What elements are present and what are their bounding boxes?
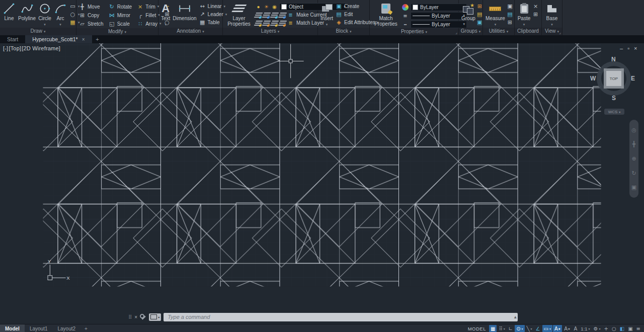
model-tab[interactable]: Model [0,324,25,332]
layer-properties-button[interactable]: Layer Properties [225,2,253,27]
scale-button[interactable]: ◱Scale [109,20,132,28]
layout1-tab[interactable]: Layout1 [25,324,53,332]
close-icon[interactable]: × [134,314,137,320]
isodraft-toggle[interactable]: ╲▾ [525,325,534,332]
insert-button[interactable]: Insert ▾ [320,2,333,27]
hardware-acceleration-button[interactable]: ◧ [618,325,626,332]
match-properties-button[interactable]: Match Properties [372,2,399,27]
dialog-launcher-icon[interactable]: ⌟ [559,30,561,35]
stretch-button[interactable]: ▱Stretch [79,20,104,28]
annotation-scale-button[interactable]: A [573,325,579,332]
command-history-icon[interactable]: ▲ [513,315,517,319]
viewcube-south[interactable]: S [612,95,616,102]
dialog-launcher-icon[interactable]: ⌟ [455,30,457,35]
layer-thaw-icon[interactable]: ☀ [263,4,270,10]
panel-title-block[interactable]: Block▾ [318,28,369,35]
id-point-button[interactable]: ⊞ [507,19,513,26]
ungroup-button[interactable]: ⊞ [476,3,483,10]
mirror-button[interactable]: ⋈Mirror [109,11,132,19]
viewport-menu-control[interactable]: [-] [3,45,8,51]
minimize-icon[interactable]: – [620,45,623,51]
pan-icon[interactable]: ╋ [632,141,636,147]
viewport-visual-style-control[interactable]: [2D Wireframe] [22,45,60,51]
clean-screen-button[interactable]: ▣ [626,325,634,332]
layer-isolate-icon[interactable] [254,13,263,18]
copy-button[interactable]: ⊞Copy [79,11,104,19]
layer-unisolate-icon[interactable] [254,21,263,26]
panel-title-properties[interactable]: Properties▾ [370,28,458,36]
panel-title-annotation[interactable]: Annotation▾ [158,28,222,35]
layer-unlock-all-icon[interactable] [278,21,287,26]
panel-title-layers[interactable]: Layers▾ [223,28,317,35]
panel-title-utilities[interactable]: Utilities▾ [483,28,514,35]
showmotion-icon[interactable]: ▣ [631,185,636,190]
fillet-button[interactable]: ╭Fillet▾ [137,11,161,19]
layer-lock-icon[interactable] [278,13,287,18]
customize-wrench-icon[interactable] [140,314,146,320]
layer-thaw-all-icon[interactable] [262,21,271,26]
viewport-view-control[interactable]: [Top] [9,45,21,51]
autoscale-toggle[interactable]: A★ [562,325,572,332]
copy-clip-button[interactable]: ⊞ [532,11,539,18]
viewcube-north[interactable]: N [611,56,616,63]
trim-button[interactable]: ×Trim▾ [137,3,161,11]
panel-title-modify[interactable]: Modify▾ [76,28,158,36]
customization-menu-button[interactable]: ≡ [635,325,642,332]
move-button[interactable]: ╋Move [79,3,104,11]
group-select-button[interactable]: ▣ [476,19,483,26]
text-button[interactable]: A Text ▾ [161,2,170,27]
orbit-icon[interactable]: ↻ [631,171,636,176]
object-snap-toggle[interactable]: ▭▾ [542,325,552,332]
measure-button[interactable]: Measure ▾ [486,2,505,27]
annotation-visibility-toggle[interactable]: A★ [553,325,562,332]
paste-button[interactable]: Paste ▾ [517,2,531,27]
quick-select-button[interactable]: ▣ [507,3,513,10]
isolate-objects-button[interactable]: ○ [610,325,618,332]
group-edit-button[interactable]: ▤ [476,11,483,18]
layer-off-icon[interactable] [270,13,279,18]
zoom-extents-icon[interactable]: ⊕ [631,156,636,161]
grid-toggle[interactable]: ▦ [489,325,497,332]
line-button[interactable]: Line [3,2,16,21]
cut-button[interactable]: × [532,3,539,10]
layer-on-icon[interactable]: ● [255,4,262,10]
polyline-button[interactable]: Polyline [18,2,36,21]
tab-drawing[interactable]: Hypercube_Scott1* × [25,35,92,43]
array-button[interactable]: ∷Array▾ [137,20,161,28]
layer-freeze-icon[interactable] [262,13,271,18]
model-space-label[interactable]: MODEL [468,326,486,331]
crosshair-tracker[interactable]: + [603,325,610,332]
close-icon[interactable]: × [634,45,637,51]
viewcube-east[interactable]: E [631,75,635,82]
panel-title-groups[interactable]: Groups▾ [459,28,482,35]
dimension-button[interactable]: Dimension [173,2,196,21]
new-layout-button[interactable]: + [80,324,92,332]
viewcube-west[interactable]: W [590,75,596,82]
command-input[interactable] [164,313,518,321]
scale-selector[interactable]: 1:1▾ [579,325,591,332]
panel-title-draw[interactable]: Draw▾ [0,28,76,35]
full-navigation-wheel-icon[interactable]: ◎ [631,127,636,133]
viewcube-top-face[interactable]: TOP [604,68,624,89]
new-drawing-tab-button[interactable]: + [92,35,103,43]
base-button[interactable]: Base ▾ [544,2,559,27]
group-button[interactable]: ★ Group [461,2,475,21]
layer-on-all-icon[interactable] [270,21,279,26]
layer-unlock-icon[interactable]: ◉ [271,4,278,10]
wcs-menu[interactable]: WCS ▾ [604,109,624,115]
rotate-button[interactable]: ↻Rotate [109,3,132,11]
quick-calc-button[interactable]: ▤ [507,11,513,18]
drawing-canvas[interactable]: Y X [0,43,644,324]
workspace-settings-button[interactable]: ⚙▾ [592,325,602,332]
close-icon[interactable]: × [82,37,85,42]
drag-grip-icon[interactable]: ⠿ [128,314,132,320]
recent-commands-button[interactable]: ▾ [149,313,161,321]
snap-toggle[interactable]: ⠿▾ [497,325,506,332]
panel-title-clipboard[interactable]: Clipboard [515,28,541,35]
tab-start[interactable]: Start [0,35,25,43]
restore-icon[interactable]: ▫ [627,45,629,51]
arc-button[interactable]: Arc ▾ [54,2,67,27]
circle-button[interactable]: Circle ▾ [38,2,51,27]
ortho-toggle[interactable]: ∟ [507,325,514,332]
layout2-tab[interactable]: Layout2 [52,324,80,332]
